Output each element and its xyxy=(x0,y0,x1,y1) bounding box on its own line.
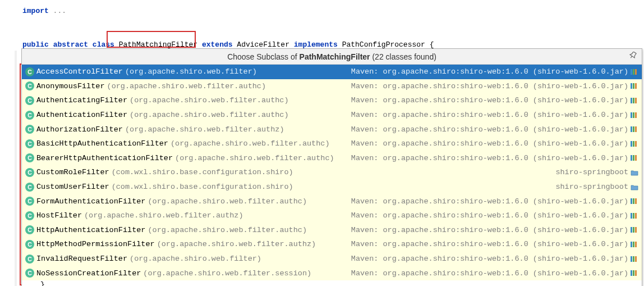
class-icon: C xyxy=(25,225,34,234)
svg-rect-24 xyxy=(631,213,632,219)
library-icon xyxy=(631,83,638,89)
svg-rect-29 xyxy=(635,227,637,233)
subclass-row[interactable]: CCustomUserFilter (com.wxl.shiro.base.co… xyxy=(22,180,642,194)
svg-rect-13 xyxy=(633,126,634,132)
svg-rect-10 xyxy=(633,112,634,118)
location-label: Maven: org.apache.shiro:shiro-web:1.6.0 … xyxy=(351,211,638,220)
svg-rect-37 xyxy=(633,270,634,276)
package-name: (com.wxl.shiro.base.configuration.shiro) xyxy=(112,183,293,191)
location-label: Maven: org.apache.shiro:shiro-web:1.6.0 … xyxy=(351,154,638,162)
class-name: HttpMethodPermissionFilter xyxy=(36,240,155,248)
class-name: AnonymousFilter xyxy=(36,82,105,90)
popup-list[interactable]: CAccessControlFilter (org.apache.shiro.w… xyxy=(22,65,642,280)
class-icon: C xyxy=(25,139,34,148)
location-label: Maven: org.apache.shiro:shiro-web:1.6.0 … xyxy=(351,226,638,234)
svg-rect-23 xyxy=(635,198,637,204)
package-name: (org.apache.shiro.web.filter) xyxy=(125,67,257,76)
library-icon xyxy=(631,212,638,219)
location-label: Maven: org.apache.shiro:shiro-web:1.6.0 … xyxy=(351,111,638,119)
svg-rect-9 xyxy=(631,112,632,118)
subclass-row[interactable]: CAccessControlFilter (org.apache.shiro.w… xyxy=(22,65,642,79)
svg-rect-2 xyxy=(635,69,637,75)
red-highlight-classname xyxy=(107,31,196,48)
class-icon: C xyxy=(25,125,34,134)
subclass-row[interactable]: CHttpAuthenticationFilter (org.apache.sh… xyxy=(22,223,642,238)
subclass-row[interactable]: CHttpMethodPermissionFilter (org.apache.… xyxy=(22,237,642,252)
svg-rect-31 xyxy=(633,242,634,247)
library-icon xyxy=(631,126,638,133)
popup-title: Choose Subclass of PathMatchingFilter (2… xyxy=(227,52,436,61)
class-name: CustomUserFilter xyxy=(36,183,109,191)
subclass-row[interactable]: CCustomRoleFilter (com.wxl.shiro.base.co… xyxy=(22,165,642,180)
library-icon xyxy=(631,226,638,233)
location-label: Maven: org.apache.shiro:shiro-web:1.6.0 … xyxy=(351,139,638,148)
class-name: BasicHttpAuthenticationFilter xyxy=(36,139,168,148)
library-icon xyxy=(631,97,638,104)
package-name: (org.apache.shiro.web.filter.authc) xyxy=(148,197,307,206)
class-name: HttpAuthenticationFilter xyxy=(36,226,145,234)
class-name: NoSessionCreationFilter xyxy=(36,269,141,278)
svg-rect-35 xyxy=(635,256,637,262)
class-icon: C xyxy=(25,168,34,177)
svg-rect-14 xyxy=(635,126,637,132)
subclass-row[interactable]: CAuthorizationFilter (org.apache.shiro.w… xyxy=(22,122,642,137)
svg-rect-7 xyxy=(633,98,634,103)
svg-rect-3 xyxy=(631,83,632,89)
location-label: shiro-springboot xyxy=(555,168,638,176)
class-icon: C xyxy=(25,269,34,278)
class-name: FormAuthenticationFilter xyxy=(36,197,145,206)
package-name: (org.apache.shiro.web.filter.authc) xyxy=(171,139,330,148)
popup-title-bar: Choose Subclass of PathMatchingFilter (2… xyxy=(22,49,642,65)
code-editor[interactable]: import ... public abstract class PathMat… xyxy=(0,0,644,51)
class-name: BearerHttpAuthenticationFilter xyxy=(36,154,173,162)
class-name: AuthenticatingFilter xyxy=(36,96,127,105)
package-name: (org.apache.shiro.web.filter.authc) xyxy=(130,96,289,105)
subclass-row[interactable]: CNoSessionCreationFilter (org.apache.shi… xyxy=(22,266,642,280)
subclass-row[interactable]: CAuthenticatingFilter (org.apache.shiro.… xyxy=(22,93,642,108)
class-icon: C xyxy=(25,67,34,76)
class-name: CustomRoleFilter xyxy=(36,168,109,176)
svg-rect-32 xyxy=(635,242,637,247)
library-icon xyxy=(631,140,638,147)
class-icon: C xyxy=(25,153,34,162)
blank-line xyxy=(22,17,644,28)
package-name: (org.apache.shiro.web.filter.authc) xyxy=(130,111,289,119)
subclass-row[interactable]: CInvalidRequestFilter (org.apache.shiro.… xyxy=(22,252,642,266)
svg-rect-18 xyxy=(631,155,632,161)
svg-rect-33 xyxy=(631,256,632,262)
class-icon: C xyxy=(25,183,34,192)
package-name: (org.apache.shiro.web.filter.authz) xyxy=(84,211,243,220)
svg-rect-36 xyxy=(631,270,632,276)
svg-rect-38 xyxy=(635,270,637,276)
class-icon: C xyxy=(25,111,34,120)
import-line: import ... xyxy=(22,6,644,17)
svg-rect-19 xyxy=(633,155,634,161)
class-icon: C xyxy=(25,255,34,264)
location-label: Maven: org.apache.shiro:shiro-web:1.6.0 … xyxy=(351,255,638,263)
svg-rect-28 xyxy=(633,227,634,233)
pin-icon[interactable] xyxy=(629,52,637,61)
subclass-row[interactable]: CAuthenticationFilter (org.apache.shiro.… xyxy=(22,108,642,122)
package-name: (org.apache.shiro.web.filter.authz) xyxy=(125,125,284,134)
svg-rect-1 xyxy=(633,69,634,75)
module-icon xyxy=(631,184,638,190)
svg-rect-20 xyxy=(635,155,637,161)
svg-rect-6 xyxy=(631,98,632,103)
package-name: (org.apache.shiro.web.filter.authc) xyxy=(148,226,307,234)
class-name: AuthenticationFilter xyxy=(36,111,127,119)
subclass-row[interactable]: CBasicHttpAuthenticationFilter (org.apac… xyxy=(22,137,642,151)
subclass-row[interactable]: CBearerHttpAuthenticationFilter (org.apa… xyxy=(22,151,642,166)
package-name: (org.apache.shiro.web.filter.authc) xyxy=(175,154,334,162)
svg-rect-21 xyxy=(631,198,632,204)
subclass-row[interactable]: CFormAuthenticationFilter (org.apache.sh… xyxy=(22,194,642,208)
location-label: Maven: org.apache.shiro:shiro-web:1.6.0 … xyxy=(351,197,638,206)
subclass-row[interactable]: CHostFilter (org.apache.shiro.web.filter… xyxy=(22,208,642,223)
class-icon: C xyxy=(25,81,34,90)
package-name: (org.apache.shiro.web.filter.authz) xyxy=(157,240,316,248)
library-icon xyxy=(631,198,638,205)
library-icon xyxy=(631,256,638,262)
subclass-row[interactable]: CAnonymousFilter (org.apache.shiro.web.f… xyxy=(22,79,642,94)
location-label: Maven: org.apache.shiro:shiro-web:1.6.0 … xyxy=(351,125,638,134)
class-icon: C xyxy=(25,240,34,249)
svg-rect-5 xyxy=(635,83,637,89)
